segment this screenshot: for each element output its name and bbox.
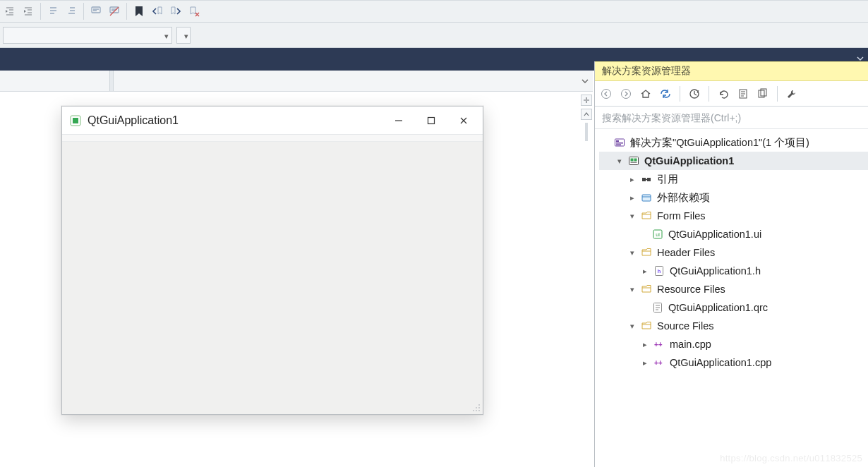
toolbar-separator: [777, 86, 778, 102]
nav-back-icon[interactable]: [598, 85, 615, 102]
svg-rect-24: [631, 162, 637, 164]
qt-app-window[interactable]: QtGuiApplication1: [61, 106, 483, 415]
bookmark-prev-icon[interactable]: [149, 3, 166, 20]
twisty-icon[interactable]: [640, 339, 650, 349]
indent-decrease-icon[interactable]: [1, 3, 18, 20]
bookmark-icon[interactable]: [131, 3, 147, 20]
sync-icon[interactable]: [657, 85, 674, 102]
svg-text:++: ++: [654, 359, 663, 367]
undo-icon[interactable]: [715, 85, 732, 102]
cpp-icon: ++: [653, 338, 665, 351]
scrollbar-track[interactable]: [585, 123, 588, 141]
panel-search: [595, 107, 868, 129]
filter-icon: [640, 283, 653, 296]
tree-label: Form Files: [657, 210, 705, 222]
window-minimize-button[interactable]: [382, 107, 415, 134]
editor-nav-strip: [0, 71, 593, 92]
main-toolbar: [0, 0, 868, 23]
tree-row[interactable]: Form Files: [599, 207, 868, 225]
outdent-icon[interactable]: [44, 3, 61, 20]
extdep-icon: [640, 191, 653, 204]
svg-text:h: h: [658, 268, 661, 274]
window-close-button[interactable]: [447, 107, 480, 134]
ui-icon: ui: [651, 228, 664, 241]
svg-rect-19: [616, 142, 623, 144]
comment-icon[interactable]: [88, 3, 104, 20]
tree-label: QtGuiApplication1: [644, 155, 734, 166]
tree-row[interactable]: 引用: [599, 170, 868, 188]
nav-forward-icon[interactable]: [617, 85, 634, 102]
search-input[interactable]: [602, 112, 861, 123]
tree-label: QtGuiApplication1.cpp: [670, 357, 771, 368]
bookmark-next-icon[interactable]: [167, 3, 184, 20]
home-icon[interactable]: [637, 85, 654, 102]
svg-point-6: [478, 407, 480, 408]
bookmark-clear-icon[interactable]: [186, 3, 203, 20]
twisty-icon[interactable]: [627, 174, 637, 184]
scope-mini-combo[interactable]: [176, 27, 191, 44]
tree-row[interactable]: ui QtGuiApplication1.ui: [599, 225, 868, 243]
svg-point-7: [478, 410, 480, 411]
tree-row[interactable]: ++ QtGuiApplication1.cpp: [599, 353, 868, 372]
tree-row[interactable]: QtGuiApplication1: [599, 152, 868, 170]
toolbar-separator: [83, 3, 84, 20]
twisty-icon[interactable]: [627, 211, 637, 221]
dropdown-icon[interactable]: [579, 75, 591, 87]
twisty-icon[interactable]: [627, 284, 637, 294]
tree-label: QtGuiApplication1.h: [670, 265, 761, 277]
svg-rect-3: [73, 118, 78, 123]
svg-text:++: ++: [654, 341, 663, 348]
filter-icon: [640, 210, 653, 222]
tree-row[interactable]: Resource Files: [599, 280, 868, 298]
svg-rect-18: [616, 140, 619, 142]
twisty-icon[interactable]: [627, 248, 637, 257]
tree-row[interactable]: Source Files: [599, 317, 868, 335]
solution-tree[interactable]: 解决方案"QtGuiApplication1"(1 个项目) QtGuiAppl…: [595, 129, 868, 379]
tree-label: QtGuiApplication1.qrc: [668, 302, 768, 313]
h-icon: h: [653, 265, 665, 277]
twisty-icon[interactable]: [627, 193, 637, 202]
twisty-icon[interactable]: [640, 266, 650, 276]
svg-rect-27: [642, 195, 651, 201]
filter-icon: [640, 246, 653, 259]
twisty-icon[interactable]: [627, 321, 637, 331]
tree-row[interactable]: h QtGuiApplication1.h: [599, 262, 868, 280]
window-maximize-button[interactable]: [415, 107, 447, 134]
qt-client-area: [62, 142, 483, 414]
indent-icon[interactable]: [63, 3, 80, 20]
tree-row[interactable]: 解决方案"QtGuiApplication1"(1 个项目): [599, 133, 868, 152]
tree-row[interactable]: ++ main.cpp: [599, 335, 868, 353]
resize-grip-icon[interactable]: [471, 403, 481, 413]
split-horizontal-icon[interactable]: [581, 95, 592, 106]
scope-combo[interactable]: [3, 27, 172, 44]
svg-rect-4: [428, 117, 435, 123]
solution-explorer-panel: 解决方案资源管理器 解决方案"QtGuiApplication1"(1 个项目)…: [594, 61, 868, 467]
panel-toolbar: [595, 81, 868, 107]
editor-right-gutter: [580, 92, 593, 141]
panel-title-label: 解决方案资源管理器: [602, 65, 691, 78]
solution-icon: [613, 136, 626, 149]
tree-label: 外部依赖项: [657, 191, 710, 205]
toolbar-separator: [40, 3, 41, 20]
svg-point-11: [602, 89, 611, 98]
refs-icon: [640, 173, 653, 186]
tree-row[interactable]: QtGuiApplication1.qrc: [599, 298, 868, 317]
show-all-files-icon[interactable]: [754, 85, 771, 102]
scroll-up-icon[interactable]: [581, 109, 592, 120]
qt-titlebar[interactable]: QtGuiApplication1: [62, 107, 483, 135]
qt-menubar: [62, 135, 483, 142]
panel-title[interactable]: 解决方案资源管理器: [595, 61, 868, 81]
uncomment-icon[interactable]: [106, 3, 123, 20]
tree-row[interactable]: 外部依赖项: [599, 188, 868, 207]
splitter-handle[interactable]: [109, 71, 114, 91]
twisty-icon[interactable]: [615, 156, 625, 166]
twisty-icon[interactable]: [640, 358, 650, 368]
indent-increase-icon[interactable]: [20, 3, 37, 20]
wrench-icon[interactable]: [783, 85, 800, 102]
history-icon[interactable]: [686, 85, 703, 102]
tree-label: main.cpp: [670, 339, 711, 350]
svg-rect-22: [631, 159, 634, 162]
tree-row[interactable]: Header Files: [599, 243, 868, 262]
properties-icon[interactable]: [735, 85, 752, 102]
filter-icon: [640, 320, 653, 332]
